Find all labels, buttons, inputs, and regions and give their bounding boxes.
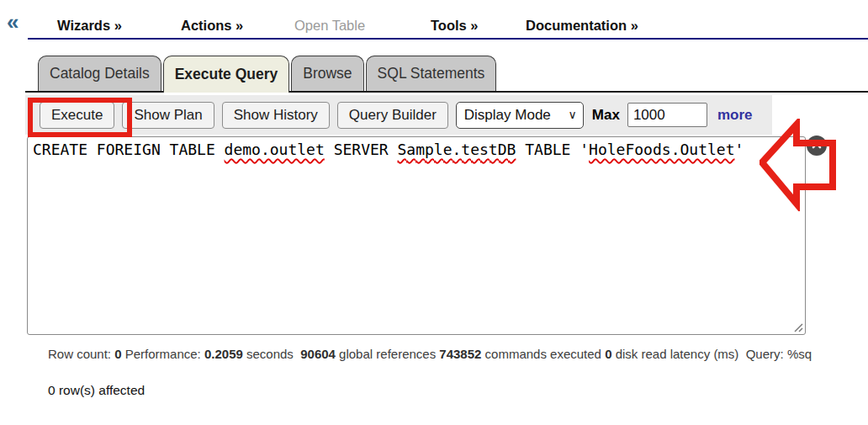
sql-query-page: « Wizards » Actions » Open Table Tools »… [0,0,868,425]
max-label: Max [592,107,620,124]
display-mode-select-wrap: Display Mode ∨ [456,102,584,129]
resize-handle-icon[interactable] [794,323,803,332]
status-value: 743852 [439,347,481,361]
rows-affected-message: 0 row(s) affected [48,383,145,398]
status-value: 0 [114,347,121,361]
tab-execute-query[interactable]: Execute Query [163,56,290,93]
execute-button[interactable]: Execute [40,102,114,129]
show-history-button[interactable]: Show History [222,102,330,129]
query-text-segment: ' [734,141,744,158]
nav-item-open-table: Open Table [294,18,365,34]
nav-item-tools[interactable]: Tools » [431,18,479,34]
nav-item-documentation[interactable]: Documentation » [526,18,638,34]
query-text-segment-misspelled: Sample.testDB [398,141,516,158]
query-text-segment-misspelled: HoleFoods.Outlet [589,141,734,158]
status-text: disk read latency (ms) Query: %sq [611,347,812,361]
query-text-segment: TABLE ' [516,141,589,158]
status-value: 90604 [300,347,336,361]
tab-sql-statements[interactable]: SQL Statements [366,56,497,91]
status-text: seconds [243,347,300,361]
status-value: 0.2059 [204,347,243,361]
tabbar: Catalog Details Execute Query Browse SQL… [38,56,496,93]
tab-browse[interactable]: Browse [291,56,363,91]
query-builder-button[interactable]: Query Builder [337,102,448,129]
nav-divider [28,38,868,40]
max-rows-input[interactable] [627,103,707,127]
more-link[interactable]: more [717,107,753,124]
status-text: Row count: [48,347,114,361]
tab-catalog-details[interactable]: Catalog Details [38,56,161,91]
query-text-segment: CREATE FOREIGN TABLE [33,141,225,158]
display-mode-select[interactable]: Display Mode [456,102,584,129]
query-text-segment: SERVER [325,141,398,158]
show-plan-button[interactable]: Show Plan [122,102,214,129]
collapse-menu-icon[interactable]: « [7,11,19,33]
status-text: global references [336,347,439,361]
status-text: commands executed [481,347,605,361]
chevron-up-icon [810,139,823,152]
status-text: Performance: [122,347,204,361]
query-editor[interactable]: CREATE FOREIGN TABLE demo.outlet SERVER … [27,136,806,335]
scroll-to-top-button[interactable] [807,135,827,156]
nav-item-actions[interactable]: Actions » [181,18,243,34]
query-toolbar: Execute Show Plan Show History Query Bui… [25,95,772,135]
nav-item-wizards[interactable]: Wizards » [57,18,122,34]
query-status-line: Row count: 0 Performance: 0.2059 seconds… [48,347,868,364]
query-text-segment-misspelled: demo.outlet [225,141,325,158]
